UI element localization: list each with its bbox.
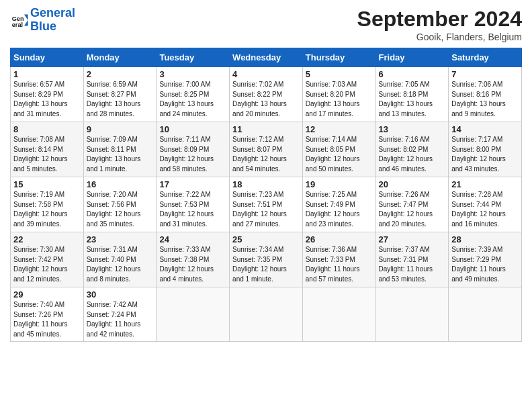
- col-header-wednesday: Wednesday: [230, 48, 303, 67]
- week-row-5: 29 Sunrise: 7:40 AMSunset: 7:26 PMDaylig…: [11, 287, 522, 342]
- logo-line1: General: [30, 6, 75, 19]
- day-number: 5: [306, 69, 373, 79]
- day-info: Sunrise: 7:03 AMSunset: 8:20 PMDaylight:…: [306, 81, 360, 118]
- day-number: 16: [87, 179, 154, 189]
- day-info: Sunrise: 7:26 AMSunset: 7:47 PMDaylight:…: [379, 191, 433, 228]
- calendar-cell: 5 Sunrise: 7:03 AMSunset: 8:20 PMDayligh…: [302, 67, 375, 122]
- col-header-thursday: Thursday: [302, 48, 375, 67]
- header: Gen eral General Blue September 2024 Goo…: [10, 7, 522, 42]
- day-number: 25: [232, 234, 300, 244]
- day-number: 23: [87, 234, 154, 244]
- day-info: Sunrise: 6:57 AMSunset: 8:29 PMDaylight:…: [13, 81, 68, 118]
- calendar-cell: 10 Sunrise: 7:11 AMSunset: 8:09 PMDaylig…: [157, 122, 230, 177]
- day-number: 22: [13, 234, 81, 244]
- day-info: Sunrise: 7:09 AMSunset: 8:11 PMDaylight:…: [87, 136, 141, 173]
- title-block: September 2024 Gooik, Flanders, Belgium: [357, 7, 522, 42]
- day-info: Sunrise: 7:34 AMSunset: 7:35 PMDaylight:…: [232, 246, 287, 283]
- month-title: September 2024: [357, 7, 522, 32]
- calendar-cell: [302, 287, 375, 342]
- col-header-tuesday: Tuesday: [157, 48, 230, 67]
- calendar-cell: 25 Sunrise: 7:34 AMSunset: 7:35 PMDaylig…: [230, 232, 303, 287]
- day-number: 19: [306, 179, 373, 189]
- logo: Gen eral General Blue: [10, 7, 75, 34]
- day-number: 4: [232, 69, 300, 79]
- day-number: 2: [87, 69, 154, 79]
- calendar-table: SundayMondayTuesdayWednesdayThursdayFrid…: [10, 48, 522, 342]
- day-info: Sunrise: 7:16 AMSunset: 8:02 PMDaylight:…: [379, 136, 433, 173]
- day-info: Sunrise: 7:40 AMSunset: 7:26 PMDaylight:…: [13, 301, 68, 338]
- header-row: SundayMondayTuesdayWednesdayThursdayFrid…: [11, 48, 522, 67]
- day-number: 8: [13, 124, 81, 134]
- calendar-cell: 1 Sunrise: 6:57 AMSunset: 8:29 PMDayligh…: [11, 67, 84, 122]
- calendar-cell: 3 Sunrise: 7:00 AMSunset: 8:25 PMDayligh…: [157, 67, 230, 122]
- calendar-cell: 16 Sunrise: 7:20 AMSunset: 7:56 PMDaylig…: [83, 177, 157, 232]
- col-header-friday: Friday: [375, 48, 449, 67]
- col-header-monday: Monday: [83, 48, 157, 67]
- day-number: 21: [451, 179, 519, 189]
- day-info: Sunrise: 6:59 AMSunset: 8:27 PMDaylight:…: [87, 81, 141, 118]
- day-info: Sunrise: 7:11 AMSunset: 8:09 PMDaylight:…: [159, 136, 214, 173]
- day-number: 10: [159, 124, 226, 134]
- calendar-cell: 4 Sunrise: 7:02 AMSunset: 8:22 PMDayligh…: [230, 67, 303, 122]
- day-info: Sunrise: 7:37 AMSunset: 7:31 PMDaylight:…: [379, 246, 433, 283]
- day-info: Sunrise: 7:33 AMSunset: 7:38 PMDaylight:…: [159, 246, 214, 283]
- day-info: Sunrise: 7:20 AMSunset: 7:56 PMDaylight:…: [87, 191, 141, 228]
- calendar-cell: 17 Sunrise: 7:22 AMSunset: 7:53 PMDaylig…: [157, 177, 230, 232]
- day-number: 6: [379, 69, 446, 79]
- day-number: 29: [13, 289, 81, 300]
- day-info: Sunrise: 7:30 AMSunset: 7:42 PMDaylight:…: [13, 246, 68, 283]
- calendar-cell: 24 Sunrise: 7:33 AMSunset: 7:38 PMDaylig…: [157, 232, 230, 287]
- day-info: Sunrise: 7:02 AMSunset: 8:22 PMDaylight:…: [232, 81, 287, 118]
- col-header-sunday: Sunday: [11, 48, 84, 67]
- day-number: 26: [306, 234, 373, 244]
- calendar-cell: 12 Sunrise: 7:14 AMSunset: 8:05 PMDaylig…: [302, 122, 375, 177]
- calendar-cell: 18 Sunrise: 7:23 AMSunset: 7:51 PMDaylig…: [230, 177, 303, 232]
- day-number: 18: [232, 179, 300, 189]
- day-info: Sunrise: 7:05 AMSunset: 8:18 PMDaylight:…: [379, 81, 433, 118]
- calendar-cell: 22 Sunrise: 7:30 AMSunset: 7:42 PMDaylig…: [11, 232, 84, 287]
- calendar-cell: 21 Sunrise: 7:28 AMSunset: 7:44 PMDaylig…: [449, 177, 522, 232]
- day-number: 3: [159, 69, 226, 79]
- calendar-cell: 14 Sunrise: 7:17 AMSunset: 8:00 PMDaylig…: [449, 122, 522, 177]
- calendar-cell: [449, 287, 522, 342]
- calendar-cell: 29 Sunrise: 7:40 AMSunset: 7:26 PMDaylig…: [11, 287, 84, 342]
- day-info: Sunrise: 7:06 AMSunset: 8:16 PMDaylight:…: [451, 81, 506, 118]
- day-info: Sunrise: 7:31 AMSunset: 7:40 PMDaylight:…: [87, 246, 141, 283]
- calendar-cell: 7 Sunrise: 7:06 AMSunset: 8:16 PMDayligh…: [449, 67, 522, 122]
- day-info: Sunrise: 7:12 AMSunset: 8:07 PMDaylight:…: [232, 136, 287, 173]
- col-header-saturday: Saturday: [449, 48, 522, 67]
- day-number: 14: [451, 124, 519, 134]
- day-number: 24: [159, 234, 226, 244]
- day-number: 27: [379, 234, 446, 244]
- calendar-cell: 9 Sunrise: 7:09 AMSunset: 8:11 PMDayligh…: [83, 122, 157, 177]
- day-number: 1: [13, 69, 81, 79]
- week-row-2: 8 Sunrise: 7:08 AMSunset: 8:14 PMDayligh…: [11, 122, 522, 177]
- day-number: 9: [87, 124, 154, 134]
- day-info: Sunrise: 7:39 AMSunset: 7:29 PMDaylight:…: [451, 246, 506, 283]
- day-info: Sunrise: 7:19 AMSunset: 7:58 PMDaylight:…: [13, 191, 68, 228]
- day-number: 7: [451, 69, 519, 79]
- calendar-cell: 26 Sunrise: 7:36 AMSunset: 7:33 PMDaylig…: [302, 232, 375, 287]
- day-number: 11: [232, 124, 300, 134]
- day-info: Sunrise: 7:08 AMSunset: 8:14 PMDaylight:…: [13, 136, 68, 173]
- calendar-cell: 2 Sunrise: 6:59 AMSunset: 8:27 PMDayligh…: [83, 67, 157, 122]
- calendar-cell: 11 Sunrise: 7:12 AMSunset: 8:07 PMDaylig…: [230, 122, 303, 177]
- logo-text: General Blue: [30, 7, 75, 34]
- week-row-4: 22 Sunrise: 7:30 AMSunset: 7:42 PMDaylig…: [11, 232, 522, 287]
- calendar-cell: 28 Sunrise: 7:39 AMSunset: 7:29 PMDaylig…: [449, 232, 522, 287]
- calendar-cell: 13 Sunrise: 7:16 AMSunset: 8:02 PMDaylig…: [375, 122, 449, 177]
- day-number: 20: [379, 179, 446, 189]
- calendar-cell: 6 Sunrise: 7:05 AMSunset: 8:18 PMDayligh…: [375, 67, 449, 122]
- day-number: 13: [379, 124, 446, 134]
- location: Gooik, Flanders, Belgium: [357, 32, 522, 42]
- calendar-cell: 15 Sunrise: 7:19 AMSunset: 7:58 PMDaylig…: [11, 177, 84, 232]
- calendar-cell: [375, 287, 449, 342]
- day-number: 28: [451, 234, 519, 244]
- calendar-cell: 27 Sunrise: 7:37 AMSunset: 7:31 PMDaylig…: [375, 232, 449, 287]
- day-info: Sunrise: 7:23 AMSunset: 7:51 PMDaylight:…: [232, 191, 287, 228]
- logo-icon: Gen eral: [10, 11, 29, 30]
- day-info: Sunrise: 7:22 AMSunset: 7:53 PMDaylight:…: [159, 191, 214, 228]
- calendar-cell: [230, 287, 303, 342]
- logo-line2: Blue: [30, 19, 56, 33]
- day-number: 17: [159, 179, 226, 189]
